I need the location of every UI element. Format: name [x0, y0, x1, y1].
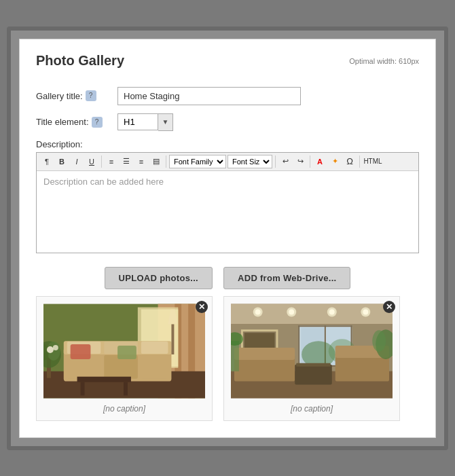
toolbar-bold-btn[interactable]: B [55, 155, 69, 168]
buttons-row: UPLOAD photos... ADD from Web-Drive... [36, 267, 419, 289]
photo-1-close-btn[interactable]: ✕ [196, 301, 208, 313]
description-label: Description: [36, 139, 419, 149]
editor-content[interactable]: Description can be added here [37, 171, 418, 253]
editor-toolbar: ¶ B I U ≡ ☰ ≡ ▤ Font Family [37, 153, 418, 171]
toolbar-sep-3 [275, 155, 276, 168]
photo-1-image [43, 304, 205, 399]
toolbar-sep-5 [359, 155, 360, 168]
toolbar-align-left-btn[interactable]: ≡ [105, 155, 118, 168]
svg-rect-18 [171, 324, 174, 354]
toolbar-sep-4 [310, 155, 310, 168]
title-element-label: Title element: ? [36, 117, 117, 128]
svg-rect-20 [77, 376, 131, 382]
svg-point-34 [289, 309, 294, 314]
photo-card-2: ✕ [223, 296, 400, 421]
svg-rect-17 [117, 346, 136, 359]
toolbar-align-center-btn[interactable]: ☰ [120, 155, 133, 168]
svg-rect-21 [81, 382, 85, 395]
add-webdrive-button[interactable]: ADD from Web-Drive... [223, 267, 350, 289]
photo-1-caption: [no caption] [43, 404, 205, 414]
toolbar-highlight-btn[interactable]: ✦ [328, 155, 342, 168]
editor-container: ¶ B I U ≡ ☰ ≡ ▤ Font Family [36, 152, 419, 253]
svg-rect-59 [296, 363, 331, 366]
svg-point-63 [372, 330, 386, 352]
svg-rect-58 [295, 364, 332, 384]
toolbar-font-color-btn[interactable]: A [313, 155, 327, 168]
toolbar-underline-btn[interactable]: U [85, 155, 98, 168]
title-element-select[interactable]: H1 H2 H3 H4 [117, 113, 158, 130]
title-element-help[interactable]: ? [92, 117, 103, 128]
title-element-row: Title element: ? H1 H2 H3 H4 ▼ [36, 113, 419, 131]
svg-rect-22 [124, 382, 128, 395]
svg-point-32 [255, 309, 261, 314]
toolbar-special-chars-btn[interactable]: Ω [343, 155, 357, 168]
photo-card-1: ✕ [36, 296, 213, 421]
photo-2-caption: [no caption] [231, 404, 393, 414]
description-section: Description: ¶ B I U ≡ ☰ ≡ ▤ [36, 139, 419, 253]
photos-grid: ✕ [36, 296, 419, 421]
toolbar-align-right-btn[interactable]: ≡ [134, 155, 148, 168]
svg-point-27 [47, 346, 54, 353]
svg-point-38 [363, 309, 368, 314]
gallery-title-input[interactable] [117, 87, 301, 105]
toolbar-paragraph-btn[interactable]: ¶ [40, 155, 54, 168]
outer-frame: Photo Gallery Optimal width: 610px Galle… [7, 26, 448, 450]
photo-2-close-btn[interactable]: ✕ [383, 301, 395, 313]
toolbar-undo-btn[interactable]: ↩ [278, 155, 292, 168]
optimal-width-label: Optimal width: 610px [349, 57, 419, 65]
title-element-select-wrap: H1 H2 H3 H4 ▼ [117, 113, 173, 131]
toolbar-sep-2 [166, 155, 166, 168]
toolbar-sep-1 [101, 155, 102, 168]
svg-point-36 [329, 309, 335, 314]
svg-rect-12 [141, 342, 168, 354]
toolbar-justify-btn[interactable]: ▤ [149, 155, 163, 168]
editor-placeholder: Description can be added here [43, 177, 164, 187]
svg-rect-15 [141, 354, 168, 378]
svg-point-28 [53, 345, 58, 350]
upload-photos-button[interactable]: UPLOAD photos... [105, 267, 213, 289]
font-family-select[interactable]: Font Family [169, 155, 226, 168]
font-size-select[interactable]: Font Size [228, 155, 272, 168]
svg-rect-16 [71, 344, 91, 359]
photo-2-image [231, 304, 393, 399]
toolbar-redo-btn[interactable]: ↪ [293, 155, 307, 168]
title-element-dropdown-arrow[interactable]: ▼ [158, 113, 173, 131]
gallery-title-label: Gallery title: ? [36, 90, 117, 101]
inner-panel: Photo Gallery Optimal width: 610px Galle… [19, 39, 436, 438]
gallery-title-row: Gallery title: ? [36, 87, 419, 105]
page-title: Photo Gallery [36, 53, 124, 69]
toolbar-italic-btn[interactable]: I [70, 155, 84, 168]
toolbar-html-btn[interactable]: HTML [363, 155, 383, 168]
svg-rect-55 [234, 348, 295, 360]
gallery-title-help[interactable]: ? [86, 90, 96, 101]
svg-rect-43 [298, 325, 299, 366]
